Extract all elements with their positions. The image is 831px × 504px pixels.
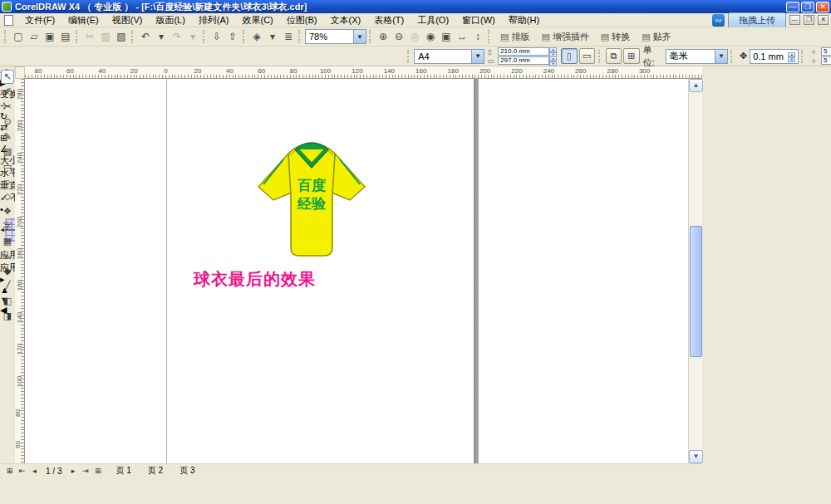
portrait-button[interactable]: ▯ (561, 48, 577, 64)
landscape-button[interactable]: ▭ (579, 48, 595, 64)
outline-tool[interactable]: ╱ (1, 279, 14, 293)
duplicate-x-field[interactable]: 5 (821, 47, 831, 56)
zoom-width-icon[interactable]: ↔ (455, 29, 470, 44)
page-tab-3[interactable]: 页 3 (171, 465, 203, 477)
polygon-tool[interactable]: ◇ (1, 189, 14, 203)
table-tool[interactable]: ▦ (1, 234, 14, 248)
ellipse-tool[interactable]: ○ (1, 174, 14, 188)
page-tab-2[interactable]: 页 2 (140, 465, 171, 477)
current-page-button[interactable]: ⊞ (623, 48, 639, 64)
menu-edit[interactable]: 编辑(E) (61, 13, 106, 27)
pick-tool[interactable]: ↖ (1, 70, 14, 84)
doc-restore-button[interactable]: ❐ (804, 15, 814, 25)
paste-icon[interactable]: ▧ (114, 29, 129, 44)
shape-tool[interactable]: ✐ (1, 85, 14, 99)
save-icon[interactable]: ▣ (42, 29, 57, 44)
close-button[interactable]: ✕ (816, 2, 829, 12)
vertical-ruler[interactable]: 2802602402202001801601401201008060 (15, 79, 25, 463)
jersey-drawing[interactable]: 百度 经验 (249, 135, 374, 260)
scroll-up-button[interactable]: ▲ (689, 79, 703, 92)
caption-text[interactable]: 球衣最后的效果 (194, 268, 376, 291)
eyedropper-tool[interactable]: ◆ (1, 264, 14, 278)
menu-table[interactable]: 表格(T) (367, 13, 411, 27)
zoom-out-icon[interactable]: ⊖ (391, 29, 406, 44)
all-pages-button[interactable]: ⧉ (606, 48, 622, 64)
drawing-canvas[interactable]: 百度 经验 球衣最后的效果 (25, 79, 688, 463)
enhanced-plugins-button[interactable]: ▤增强插件 (537, 30, 593, 44)
export-icon[interactable]: ⇧ (225, 29, 240, 44)
nudge-field[interactable]: 0.1 mm ▲▼ (750, 49, 799, 64)
previous-page-button[interactable]: ◂ (28, 465, 41, 477)
zoom-height-icon[interactable]: ↕ (470, 29, 485, 44)
doc-minimize-button[interactable]: — (789, 15, 800, 25)
menu-file[interactable]: 文件(F) (18, 13, 61, 27)
launcher-list-icon[interactable]: ▾ (265, 29, 280, 44)
paper-preset-combo[interactable]: A4 ▼ (414, 49, 484, 64)
duplicate-y-field[interactable]: 5 (821, 56, 831, 65)
add-page-button-2[interactable]: ⊞ (91, 465, 104, 477)
zoom-in-icon[interactable]: ⊕ (376, 29, 391, 44)
interactive-fill-tool[interactable]: ◨ (1, 309, 14, 323)
import-icon[interactable]: ⇩ (209, 29, 224, 44)
chevron-down-icon[interactable]: ▼ (471, 50, 484, 63)
snap-button[interactable]: ▤贴齐 (637, 30, 675, 44)
paper-height-spinner[interactable]: ▲▼ (549, 56, 557, 65)
minimize-button[interactable]: — (786, 2, 799, 12)
crop-tool[interactable]: ✂ (1, 100, 14, 114)
rectangle-tool[interactable]: ▭ (1, 159, 14, 174)
zoom-all-objects-icon[interactable]: ◉ (423, 29, 438, 44)
open-icon[interactable]: ▱ (27, 29, 42, 44)
doc-close-button[interactable]: ✕ (818, 15, 829, 25)
zoom-level-combo[interactable]: 78%▼ (305, 29, 366, 44)
undo-icon[interactable]: ↶ (138, 29, 153, 44)
paper-height-icon: ▭ (488, 57, 498, 65)
undo-list-icon[interactable]: ▾ (154, 29, 169, 44)
chevron-down-icon[interactable]: ▼ (353, 30, 366, 43)
scroll-down-button[interactable]: ▼ (689, 450, 703, 463)
fill-tool[interactable]: ◧ (1, 294, 14, 308)
zoom-page-icon[interactable]: ▣ (439, 29, 454, 44)
ruler-origin-button[interactable] (15, 66, 25, 79)
basic-shapes-tool[interactable]: ❖ (1, 204, 14, 218)
menu-items: 文件(F)编辑(E)视图(V)版面(L)排列(A)效果(C)位图(B)文本(X)… (18, 13, 546, 27)
chevron-down-icon[interactable]: ▼ (715, 50, 727, 63)
hruler-label: 120 (352, 67, 362, 75)
vertical-scroll-thumb[interactable] (690, 226, 702, 357)
drag-upload-button[interactable]: 拖拽上传 (728, 12, 786, 28)
add-page-button[interactable]: ⊞ (3, 465, 16, 477)
menu-text[interactable]: 文本(X) (323, 13, 367, 27)
welcome-screen-icon[interactable]: ≣ (281, 29, 296, 44)
menu-view[interactable]: 视图(V) (106, 13, 150, 27)
paper-width-field[interactable]: 210.0 mm (498, 47, 549, 56)
menu-layout[interactable]: 版面(L) (149, 13, 191, 27)
smart-fill-tool[interactable]: ▨ (1, 144, 14, 159)
last-page-button[interactable]: ⇥ (79, 465, 91, 477)
next-page-button[interactable]: ▸ (66, 465, 79, 477)
menu-arrange[interactable]: 排列(A) (192, 13, 236, 27)
restore-button[interactable]: ❐ (801, 2, 814, 12)
first-page-button[interactable]: ⇤ (16, 465, 28, 477)
convert-button[interactable]: ▤转换 (597, 30, 634, 44)
new-document-icon[interactable]: ▢ (11, 29, 26, 44)
horizontal-ruler[interactable]: 8060402002040608010012014016018020022024… (25, 66, 702, 79)
application-launcher-icon[interactable]: ◈ (249, 29, 264, 44)
paper-height-field[interactable]: 297.0 mm (498, 56, 549, 65)
menu-help[interactable]: 帮助(H) (502, 13, 546, 27)
page-tab-1[interactable]: 页 1 (107, 465, 139, 477)
typesetting-button[interactable]: ▤排版 (496, 30, 534, 44)
menu-tools[interactable]: 工具(O) (411, 13, 455, 27)
units-combo[interactable]: 毫米 ▼ (666, 49, 728, 64)
interactive-blend-tool[interactable]: ≈ (1, 249, 14, 263)
vertical-scrollbar[interactable]: ▲ ▼ (688, 79, 702, 463)
nudge-spinner[interactable]: ▲▼ (788, 52, 795, 61)
freehand-tool[interactable]: ✎ (1, 130, 14, 144)
print-icon[interactable]: ▤ (58, 29, 73, 44)
vruler-label: 240 (16, 153, 23, 164)
hruler-label: 40 (226, 67, 234, 75)
paper-width-spinner[interactable]: ▲▼ (549, 47, 557, 56)
menu-effects[interactable]: 效果(C) (236, 13, 280, 27)
zoom-tool[interactable]: ⊙ (1, 115, 14, 129)
menu-window[interactable]: 窗口(W) (455, 13, 502, 27)
menu-bitmaps[interactable]: 位图(B) (280, 13, 324, 27)
text-tool[interactable]: 字 (1, 219, 14, 233)
